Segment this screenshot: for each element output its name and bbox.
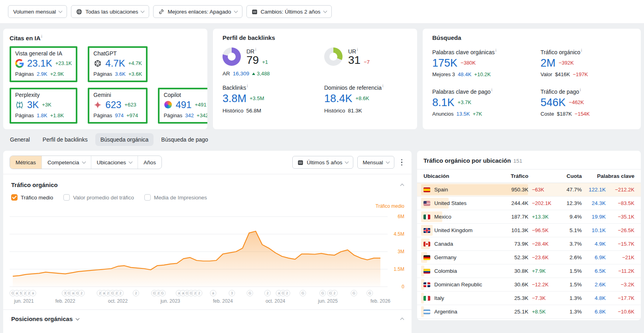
ai-tile-copilot: Copilot 491 +491 Páginas 342 +342 bbox=[158, 88, 207, 124]
ar-delta: 3,488 bbox=[257, 71, 270, 77]
filter-volumen-mensual[interactable]: Volumen mensual bbox=[8, 5, 67, 18]
metric-value-link[interactable]: 175K bbox=[432, 57, 457, 69]
flag-ar-icon bbox=[423, 309, 430, 314]
svg-text:2: 2 bbox=[158, 291, 160, 295]
location-row-italy[interactable]: Italy 25.3K −7.3K 1.3% 4.8K −17.7K bbox=[417, 292, 641, 305]
location-row-germany[interactable]: Germany 52.3K −23.6K 2.6% 6.9K −21K bbox=[417, 251, 641, 264]
ai-pages-link[interactable]: 3.6K bbox=[115, 71, 126, 77]
ar-value-link[interactable]: 16,309 bbox=[233, 71, 249, 77]
calendar-icon bbox=[252, 9, 258, 15]
checkbox-icon[interactable] bbox=[144, 194, 151, 201]
filter-cambios-ltimos-2-a-os[interactable]: Cambios: Últimos 2 años bbox=[246, 5, 332, 18]
svg-text:feb. 2024: feb. 2024 bbox=[213, 298, 233, 304]
organic-positions-section-header[interactable]: Posiciones orgánicas bbox=[3, 309, 412, 328]
svg-text:2: 2 bbox=[24, 291, 26, 295]
flag-mx-icon bbox=[423, 215, 430, 219]
organic-traffic-chart[interactable]: Tráfico medio01.5M3M4.5M6MGa522a3GaG22a2… bbox=[3, 202, 412, 306]
ai-pages-link[interactable]: 2.9K bbox=[37, 71, 47, 77]
tab-perfil-de-backlinks[interactable]: Perfil de backlinks bbox=[37, 133, 93, 146]
ref-domains-value-link[interactable]: 18.4K bbox=[324, 93, 353, 104]
backlinks-value-link[interactable]: 3.8M bbox=[223, 93, 246, 104]
ai-tile-perplexity: Perplexity 3K +3K Páginas 1.8K +1.8K bbox=[10, 88, 77, 124]
svg-text:feb. 2026: feb. 2026 bbox=[370, 298, 390, 304]
svg-text:3M: 3M bbox=[398, 249, 404, 254]
checkbox-icon[interactable] bbox=[11, 194, 18, 201]
chart-controls: MétricasCompetenciaUbicacionesAños Últim… bbox=[3, 151, 412, 174]
metric-tr-fico-org-nico: Tráfico orgánicoi 2M −392K Valor $416K −… bbox=[541, 48, 632, 77]
overview-cards: Citas en IAi Vista general de IA 23.1K +… bbox=[0, 29, 644, 129]
legend-checkbox-valor-promedio-del-tr-fico[interactable]: Valor promedio del tráfico bbox=[63, 194, 134, 201]
keywords-link[interactable]: 4.8K bbox=[595, 295, 606, 301]
metric-value-link[interactable]: 2M bbox=[541, 57, 556, 69]
keywords-link[interactable]: 19.9K bbox=[592, 214, 606, 220]
location-row-united-states[interactable]: United States 244.4K −202.1K 12.3% 24.3K… bbox=[417, 197, 641, 210]
chart-legend: Tráfico medio Valor promedio del tráfico… bbox=[3, 188, 412, 202]
flag-ca-icon bbox=[423, 242, 430, 246]
globe-icon bbox=[76, 9, 82, 15]
kebab-menu[interactable] bbox=[398, 157, 406, 168]
chevron-down-icon bbox=[76, 316, 80, 320]
keywords-link[interactable]: 6.8K bbox=[595, 309, 606, 315]
ai-citations-panel: Citas en IAi Vista general de IA 23.1K +… bbox=[3, 29, 207, 129]
backlink-profile-panel: Perfil de backlinks DRi 79+1 URi 31−7 bbox=[213, 29, 417, 129]
ai-citations-value-link[interactable]: 4.7K bbox=[105, 58, 125, 68]
tab-general[interactable]: General bbox=[5, 133, 35, 146]
segment-ubicaciones[interactable]: Ubicaciones bbox=[91, 156, 138, 169]
keywords-link[interactable]: 10.1K bbox=[592, 227, 606, 233]
segment-m-tricas[interactable]: Métricas bbox=[10, 156, 41, 169]
tab-b-squeda-org-nica[interactable]: Búsqueda orgánica bbox=[95, 133, 154, 146]
filter-mejores-enlaces-apagado[interactable]: Mejores enlaces: Apagado bbox=[153, 5, 242, 18]
keywords-link[interactable]: 4.9K bbox=[595, 241, 606, 247]
ai-pages-link[interactable]: 1.8K bbox=[37, 112, 47, 118]
location-row-canada[interactable]: Canada 73.9K −28.4K 3.7% 4.9K −15.7K bbox=[417, 237, 641, 251]
ai-pages-link[interactable]: 342 bbox=[185, 112, 194, 118]
flag-do-icon bbox=[423, 282, 430, 287]
detail-cards: MétricasCompetenciaUbicacionesAños Últim… bbox=[0, 151, 644, 333]
metric-sub-value[interactable]: 13.5K bbox=[456, 111, 470, 117]
metric-value-link[interactable]: 8.1K bbox=[432, 97, 455, 108]
location-row-spain[interactable]: Spain 950.3K −63K 47.7% 122.1K −212.2K bbox=[417, 183, 641, 197]
ai-pages-link[interactable]: 974 bbox=[115, 112, 124, 118]
svg-text:2: 2 bbox=[194, 291, 196, 295]
svg-text:2: 2 bbox=[333, 291, 335, 295]
search-title: Búsqueda bbox=[432, 34, 631, 41]
ur-donut-chart bbox=[324, 47, 343, 66]
legend-checkbox-tr-fico-medio[interactable]: Tráfico medio bbox=[11, 194, 53, 201]
svg-text:G: G bbox=[301, 291, 304, 295]
location-row-argentina[interactable]: Argentina 25.1K +8.5K 1.3% 6.8K −10.6K bbox=[417, 305, 641, 319]
locations-title: Tráfico orgánico por ubicación151 bbox=[417, 151, 641, 169]
svg-text:2: 2 bbox=[107, 291, 109, 295]
filter-todas-las-ubicaciones[interactable]: Todas las ubicaciones bbox=[71, 5, 149, 18]
location-row-colombia[interactable]: Colombia 30.8K +7.9K 1.5% 6.5K −11.2K bbox=[417, 264, 641, 278]
info-icon: i bbox=[247, 84, 248, 88]
metric-sub-value[interactable]: 48.4K bbox=[458, 71, 471, 77]
keywords-link[interactable]: 6.9K bbox=[595, 254, 606, 260]
keywords-link[interactable]: 122.1K bbox=[589, 187, 606, 193]
svg-text:a: a bbox=[32, 291, 34, 295]
location-row-dominican-republic[interactable]: Dominican Republic 30.6K −12.2K 1.5% 2.6… bbox=[417, 278, 641, 292]
legend-checkbox-media-de-impresiones[interactable]: Media de Impresiones bbox=[144, 194, 207, 201]
ai-citations-value-link[interactable]: 623 bbox=[105, 100, 121, 110]
backlinks-metric: Backlinksi 3.8M+3.5M Histórico56.8M bbox=[223, 84, 306, 114]
ur-block: URi 31−7 bbox=[324, 47, 408, 66]
location-row-mexico[interactable]: Mexico 187.7K +13.3K 9.4% 19.9K −35.1K bbox=[417, 210, 641, 224]
segment-a-os[interactable]: Años bbox=[138, 156, 161, 169]
ai-citations-value-link[interactable]: 3K bbox=[27, 100, 39, 110]
collapse-chevron-icon[interactable] bbox=[400, 183, 404, 187]
traffic-by-location-panel: Tráfico orgánico por ubicación151 Ubicac… bbox=[417, 151, 641, 320]
perplexity-icon bbox=[15, 100, 24, 109]
segment-competencia[interactable]: Competencia bbox=[41, 156, 91, 169]
granularity-dropdown[interactable]: Mensual bbox=[357, 156, 394, 169]
flag-gb-icon bbox=[423, 228, 430, 233]
ai-citations-value-link[interactable]: 491 bbox=[175, 100, 191, 110]
location-row-united-kingdom[interactable]: United Kingdom 101.3K −96.5K 5.1% 10.1K … bbox=[417, 224, 641, 237]
keywords-link[interactable]: 24.3K bbox=[592, 200, 606, 206]
keywords-link[interactable]: 6.5K bbox=[595, 268, 606, 274]
ai-citations-value-link[interactable]: 23.1K bbox=[27, 58, 52, 68]
keywords-link[interactable]: 2.6K bbox=[595, 282, 606, 288]
metric-value-link[interactable]: 546K bbox=[541, 97, 566, 108]
tab-b-squeda-de-pago[interactable]: Búsqueda de pago bbox=[156, 133, 213, 146]
checkbox-icon[interactable] bbox=[63, 194, 70, 201]
period-dropdown[interactable]: Últimos 5 años bbox=[292, 156, 353, 169]
collapse-chevron-icon[interactable] bbox=[400, 317, 404, 321]
